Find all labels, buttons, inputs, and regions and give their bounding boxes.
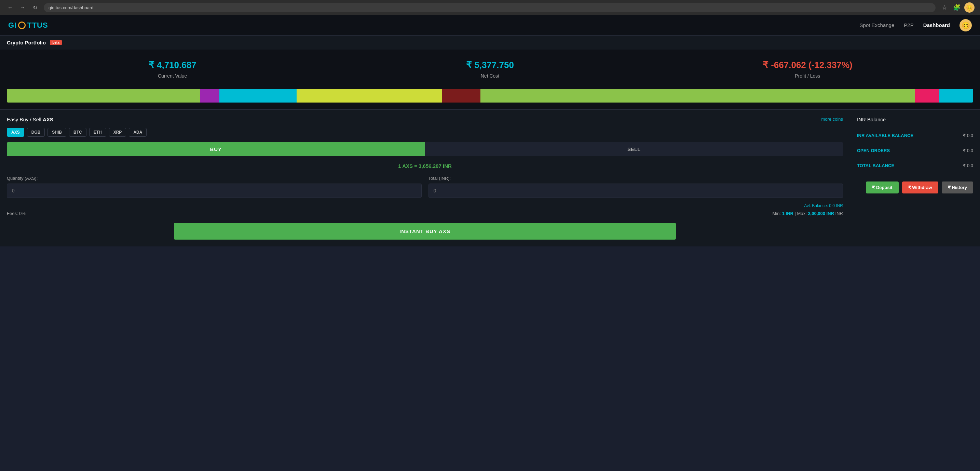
coin-tabs: AXSDGBSHIBBTCETHXRPADA xyxy=(7,128,843,137)
total-label: Total (INR): xyxy=(428,176,843,181)
bar-segment xyxy=(7,89,200,103)
total-input[interactable] xyxy=(428,183,843,198)
coin-tab-axs[interactable]: AXS xyxy=(7,128,24,137)
easy-buy-sell-title: Easy Buy / Sell AXS xyxy=(7,116,53,123)
logo-ttus: TTUS xyxy=(27,21,48,30)
avl-balance: Avl. Balance: 0.0 INR xyxy=(7,204,843,208)
active-coin-label: AXS xyxy=(43,116,53,123)
fees-label: Fees: 0% xyxy=(7,211,25,216)
browser-actions: ☆ 🧩 😊 xyxy=(940,2,975,13)
balance-rows: INR AVAILABLE BALANCE₹ 0.0OPEN ORDERS₹ 0… xyxy=(857,128,973,173)
logo[interactable]: GI TTUS xyxy=(8,21,48,30)
max-value: 2,00,000 INR xyxy=(808,211,834,216)
current-value-block: ₹ 4,710.687 Current Value xyxy=(14,60,331,79)
main-content: Easy Buy / Sell AXS more coins AXSDGBSHI… xyxy=(0,110,980,247)
coin-tab-shib[interactable]: SHIB xyxy=(48,128,66,137)
instant-buy-button[interactable]: INSTANT BUY AXS xyxy=(174,223,676,240)
inr-panel-title: INR Balance xyxy=(857,116,973,128)
buy-tab[interactable]: BUY xyxy=(7,142,425,156)
coin-tab-btc[interactable]: BTC xyxy=(69,128,86,137)
nav-p2p[interactable]: P2P xyxy=(904,22,913,28)
forward-button[interactable]: → xyxy=(18,3,27,12)
bar-segment xyxy=(442,89,480,103)
portfolio-metrics: ₹ 4,710.687 Current Value ₹ 5,377.750 Ne… xyxy=(0,49,980,86)
quantity-input[interactable] xyxy=(7,183,422,198)
app-nav: Spot Exchange P2P Dashboard 😊 xyxy=(860,19,972,32)
deposit-button[interactable]: ₹ Deposit xyxy=(866,181,898,193)
fees-row: Fees: 0% Min: 1 INR | Max: 2,00,000 INR … xyxy=(7,211,843,216)
browser-bar: ← → ↻ ☆ 🧩 😊 xyxy=(0,0,980,15)
balance-row-value: ₹ 0.0 xyxy=(963,163,973,168)
quantity-group: Quantity (AXS): xyxy=(7,176,422,198)
app-header: GI TTUS Spot Exchange P2P Dashboard 😊 xyxy=(0,15,980,35)
balance-row-label: OPEN ORDERS xyxy=(857,148,890,153)
portfolio-bar xyxy=(7,89,973,103)
balance-row: INR AVAILABLE BALANCE₹ 0.0 xyxy=(857,128,973,143)
form-row: Quantity (AXS): Total (INR): xyxy=(7,176,843,198)
coin-tab-eth[interactable]: ETH xyxy=(89,128,106,137)
net-cost: ₹ 5,377.750 xyxy=(331,60,649,70)
buy-sell-panel: Easy Buy / Sell AXS more coins AXSDGBSHI… xyxy=(0,110,850,247)
sell-tab[interactable]: SELL xyxy=(425,142,843,156)
balance-row: TOTAL BALANCE₹ 0.0 xyxy=(857,158,973,173)
quantity-label: Quantity (AXS): xyxy=(7,176,422,181)
bar-segment xyxy=(480,89,915,103)
bar-segment xyxy=(939,89,973,103)
portfolio-section: Crypto Portfolio beta ₹ 4,710.687 Curren… xyxy=(0,35,980,110)
bar-segment xyxy=(915,89,939,103)
nav-dashboard[interactable]: Dashboard xyxy=(923,22,950,28)
min-max: Min: 1 INR | Max: 2,00,000 INR INR xyxy=(773,211,843,216)
balance-row-label: INR AVAILABLE BALANCE xyxy=(857,133,913,138)
coin-tab-dgb[interactable]: DGB xyxy=(27,128,45,137)
bar-segment xyxy=(220,89,297,103)
balance-row-value: ₹ 0.0 xyxy=(963,133,973,138)
action-buttons: ₹ Deposit ₹ Withdraw ₹ History xyxy=(857,181,973,193)
inr-panel: INR Balance INR AVAILABLE BALANCE₹ 0.0OP… xyxy=(850,110,980,247)
reload-button[interactable]: ↻ xyxy=(30,3,40,12)
min-value: 1 INR xyxy=(782,211,794,216)
star-icon[interactable]: ☆ xyxy=(940,3,949,12)
current-value-label: Current Value xyxy=(14,73,331,79)
extensions-icon[interactable]: 🧩 xyxy=(952,3,961,12)
total-group: Total (INR): xyxy=(428,176,843,198)
coin-tab-ada[interactable]: ADA xyxy=(129,128,146,137)
portfolio-title: Crypto Portfolio xyxy=(7,40,46,45)
profit-loss-block: ₹ -667.062 (-12.337%) Profit / Loss xyxy=(649,60,966,79)
withdraw-button[interactable]: ₹ Withdraw xyxy=(902,181,938,193)
nav-user-avatar[interactable]: 😊 xyxy=(959,19,972,32)
browser-user-avatar[interactable]: 😊 xyxy=(964,2,975,13)
exchange-rate: 1 AXS = 3,656.207 INR xyxy=(7,163,843,169)
buy-sell-tabs: BUY SELL xyxy=(7,142,843,156)
bar-segment xyxy=(200,89,220,103)
nav-spot-exchange[interactable]: Spot Exchange xyxy=(860,22,894,28)
beta-badge: beta xyxy=(50,40,62,45)
profit-loss-label: Profit / Loss xyxy=(649,73,966,79)
history-button[interactable]: ₹ History xyxy=(942,181,973,193)
current-value: ₹ 4,710.687 xyxy=(14,60,331,70)
net-cost-block: ₹ 5,377.750 Net Cost xyxy=(331,60,649,79)
logo-circle xyxy=(18,22,25,29)
address-bar[interactable] xyxy=(44,3,935,12)
logo-gi: GI xyxy=(8,21,17,30)
browser-nav: ← → ↻ xyxy=(5,3,40,12)
more-coins-link[interactable]: more coins xyxy=(821,116,843,122)
portfolio-header: Crypto Portfolio beta xyxy=(0,35,980,49)
avl-balance-text: Avl. Balance: xyxy=(804,204,828,208)
coin-tab-xrp[interactable]: XRP xyxy=(109,128,126,137)
balance-row: OPEN ORDERS₹ 0.0 xyxy=(857,143,973,158)
back-button[interactable]: ← xyxy=(5,3,15,12)
avl-balance-value: 0.0 INR xyxy=(829,204,843,208)
bar-segment xyxy=(297,89,441,103)
profit-loss: ₹ -667.062 (-12.337%) xyxy=(649,60,966,70)
balance-row-value: ₹ 0.0 xyxy=(963,148,973,153)
balance-row-label: TOTAL BALANCE xyxy=(857,163,894,168)
net-cost-label: Net Cost xyxy=(331,73,649,79)
